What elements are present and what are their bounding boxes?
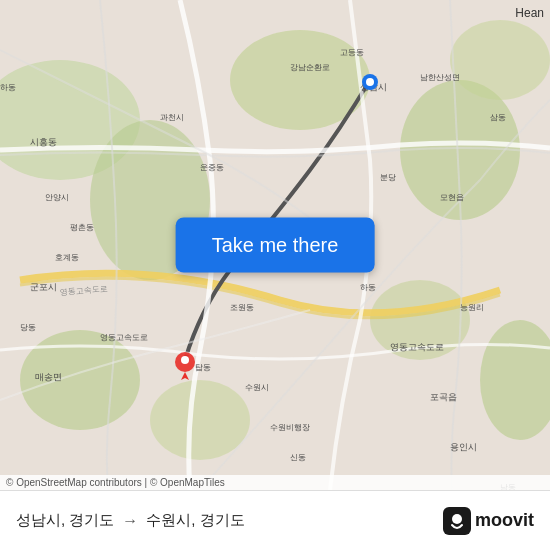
svg-text:모현읍: 모현읍 bbox=[440, 193, 464, 202]
svg-text:군포시: 군포시 bbox=[30, 282, 57, 292]
svg-text:영동고속도로: 영동고속도로 bbox=[100, 333, 148, 342]
moovit-logo-icon bbox=[443, 507, 471, 535]
svg-text:능원리: 능원리 bbox=[460, 303, 484, 312]
svg-text:분당: 분당 bbox=[380, 173, 396, 182]
take-me-there-button[interactable]: Take me there bbox=[176, 218, 375, 273]
moovit-logo: moovit bbox=[443, 507, 534, 535]
svg-point-8 bbox=[150, 380, 250, 460]
svg-point-46 bbox=[452, 514, 462, 524]
svg-text:당동: 당동 bbox=[20, 323, 36, 332]
route-text: 성남시, 경기도 → 수원시, 경기도 bbox=[16, 511, 443, 530]
svg-text:고등동: 고등동 bbox=[340, 48, 364, 57]
top-right-label: Hean bbox=[515, 6, 544, 20]
svg-text:안양시: 안양시 bbox=[45, 193, 69, 202]
route-destination: 수원시, 경기도 bbox=[146, 511, 244, 530]
svg-text:신동: 신동 bbox=[290, 453, 306, 462]
svg-text:조원동: 조원동 bbox=[230, 303, 254, 312]
svg-text:수원비행장: 수원비행장 bbox=[270, 423, 310, 432]
bottom-bar: 성남시, 경기도 → 수원시, 경기도 moovit bbox=[0, 490, 550, 550]
svg-text:남한산성면: 남한산성면 bbox=[420, 73, 460, 82]
svg-text:포곡읍: 포곡읍 bbox=[430, 392, 457, 402]
svg-text:운중동: 운중동 bbox=[200, 163, 224, 172]
map-attribution: © OpenStreetMap contributors | © OpenMap… bbox=[0, 475, 550, 490]
route-arrow-icon: → bbox=[122, 512, 138, 530]
moovit-app-name: moovit bbox=[475, 510, 534, 531]
route-origin: 성남시, 경기도 bbox=[16, 511, 114, 530]
svg-text:영동고속도로: 영동고속도로 bbox=[390, 342, 444, 352]
svg-point-42 bbox=[181, 356, 189, 364]
svg-text:용인시: 용인시 bbox=[450, 442, 477, 452]
svg-text:과천시: 과천시 bbox=[160, 113, 184, 122]
map-container: 시흥동 안양시 평촌동 호계동 군포시 당동 매송면 과천시 운중동 이목동 조… bbox=[0, 0, 550, 490]
svg-text:매송면: 매송면 bbox=[35, 372, 62, 382]
svg-text:호계동: 호계동 bbox=[55, 253, 79, 262]
svg-text:시흥동: 시흥동 bbox=[30, 137, 57, 147]
svg-point-5 bbox=[450, 20, 550, 100]
svg-text:평촌동: 평촌동 bbox=[70, 223, 94, 232]
svg-text:하동: 하동 bbox=[0, 83, 16, 92]
svg-text:탑동: 탑동 bbox=[195, 363, 211, 372]
svg-text:강남순환로: 강남순환로 bbox=[290, 63, 330, 72]
svg-text:삼동: 삼동 bbox=[490, 113, 506, 122]
svg-point-44 bbox=[366, 78, 374, 86]
svg-text:수원시: 수원시 bbox=[245, 383, 269, 392]
svg-text:하동: 하동 bbox=[360, 283, 376, 292]
